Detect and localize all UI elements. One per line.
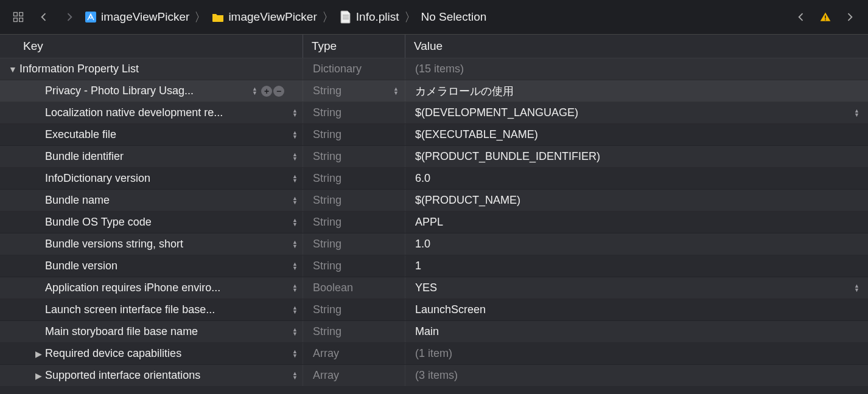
column-header: Key Type Value xyxy=(0,34,868,58)
breadcrumb-folder[interactable]: imageViewPicker xyxy=(211,10,317,24)
plist-row[interactable]: ▶ Main storyboard file base name ▲▼ + − … xyxy=(0,321,868,343)
value-stepper-icon[interactable]: ▲▼ xyxy=(854,109,859,117)
nav-forward-icon[interactable] xyxy=(58,6,80,28)
plist-value[interactable]: Main ▲▼ xyxy=(405,321,868,342)
plist-type[interactable]: String ▲▼ xyxy=(303,102,405,123)
plist-row[interactable]: ▶ Supported interface orientations ▲▼ + … xyxy=(0,365,868,387)
plist-key[interactable]: Localization native development re... xyxy=(45,106,303,119)
key-stepper-icon[interactable]: ▲▼ xyxy=(292,153,298,161)
breadcrumb-selection[interactable]: No Selection xyxy=(421,10,487,24)
plist-value[interactable]: YES ▲▼ xyxy=(405,277,868,299)
key-stepper-icon[interactable]: ▲▼ xyxy=(292,131,298,139)
plist-root-row[interactable]: ▼ Information Property List Dictionary (… xyxy=(0,58,868,80)
plist-value[interactable]: LaunchScreen ▲▼ xyxy=(405,299,868,320)
plist-key: Information Property List xyxy=(19,63,303,75)
plist-key[interactable]: Supported interface orientations xyxy=(45,369,303,382)
plist-value[interactable]: $(PRODUCT_BUNDLE_IDENTIFIER) ▲▼ xyxy=(405,146,868,167)
plist-row[interactable]: ▶ Localization native development re... … xyxy=(0,102,868,124)
breadcrumb-project[interactable]: imageViewPicker xyxy=(84,10,189,24)
column-type[interactable]: Type xyxy=(303,35,405,58)
plist-row[interactable]: ▶ Bundle version ▲▼ + − String ▲▼ 1 ▲▼ xyxy=(0,255,868,277)
plist-value[interactable]: (1 item) ▲▼ xyxy=(405,343,868,364)
nav-back-icon[interactable] xyxy=(33,6,55,28)
plist-value[interactable]: $(DEVELOPMENT_LANGUAGE) ▲▼ xyxy=(405,102,868,123)
plist-type[interactable]: String ▲▼ xyxy=(303,168,405,189)
plist-key[interactable]: Launch screen interface file base... xyxy=(45,303,303,316)
plist-type[interactable]: Array ▲▼ xyxy=(303,365,405,386)
plist-key[interactable]: Bundle OS Type code xyxy=(45,216,303,229)
add-button[interactable]: + xyxy=(261,86,272,97)
plist-value[interactable]: 1 ▲▼ xyxy=(405,255,868,277)
plist-key[interactable]: Executable file xyxy=(45,128,303,141)
plist-row[interactable]: ▶ InfoDictionary version ▲▼ + − String ▲… xyxy=(0,168,868,190)
disclosure-triangle-icon[interactable]: ▶ xyxy=(33,371,44,381)
key-stepper-icon[interactable]: ▲▼ xyxy=(292,306,298,314)
key-stepper-icon[interactable]: ▲▼ xyxy=(292,284,298,292)
svg-rect-0 xyxy=(14,13,18,16)
column-key[interactable]: Key xyxy=(0,35,303,58)
plist-value[interactable]: カメラロールの使用 ▲▼ xyxy=(405,80,868,102)
plist-key[interactable]: Required device capabilities xyxy=(45,347,303,360)
plist-type[interactable]: String ▲▼ xyxy=(303,233,405,255)
breadcrumb[interactable]: imageViewPicker 〉 imageViewPicker 〉 Info… xyxy=(84,9,786,26)
plist-type[interactable]: String ▲▼ xyxy=(303,146,405,167)
plist-row[interactable]: ▶ Bundle identifier ▲▼ + − String ▲▼ $(P… xyxy=(0,146,868,168)
key-stepper-icon[interactable]: ▲▼ xyxy=(292,175,298,183)
key-stepper-icon[interactable]: ▲▼ xyxy=(292,218,298,227)
jump-back-icon[interactable] xyxy=(790,6,812,28)
key-stepper-icon[interactable]: ▲▼ xyxy=(292,328,298,336)
plist-value[interactable]: $(PRODUCT_NAME) ▲▼ xyxy=(405,190,868,211)
remove-button[interactable]: − xyxy=(273,86,284,97)
plist-row[interactable]: ▶ Privacy - Photo Library Usag... ▲▼ + −… xyxy=(0,80,868,102)
key-stepper-icon[interactable]: ▲▼ xyxy=(252,87,257,95)
plist-row[interactable]: ▶ Bundle name ▲▼ + − String ▲▼ $(PRODUCT… xyxy=(0,190,868,212)
plist-key[interactable]: Application requires iPhone enviro... xyxy=(45,282,303,294)
chevron-right-icon: 〉 xyxy=(404,9,416,26)
plist-type[interactable]: String ▲▼ xyxy=(303,255,405,277)
breadcrumb-label: No Selection xyxy=(421,10,487,24)
plist-key[interactable]: Bundle name xyxy=(45,194,303,207)
plist-type[interactable]: String ▲▼ xyxy=(303,80,405,102)
key-stepper-icon[interactable]: ▲▼ xyxy=(292,372,298,380)
plist-value[interactable]: $(EXECUTABLE_NAME) ▲▼ xyxy=(405,124,868,145)
value-stepper-icon[interactable]: ▲▼ xyxy=(854,284,859,292)
plist-value[interactable]: 6.0 ▲▼ xyxy=(405,168,868,189)
type-stepper-icon[interactable]: ▲▼ xyxy=(393,87,399,95)
plist-key[interactable]: Bundle version xyxy=(45,260,303,272)
plist-type[interactable]: String ▲▼ xyxy=(303,190,405,211)
plist-row[interactable]: ▶ Bundle OS Type code ▲▼ + − String ▲▼ A… xyxy=(0,212,868,233)
disclosure-triangle-icon[interactable]: ▶ xyxy=(33,349,44,359)
plist-type[interactable]: String ▲▼ xyxy=(303,124,405,145)
plist-type[interactable]: Array ▲▼ xyxy=(303,343,405,364)
plist-type[interactable]: String ▲▼ xyxy=(303,321,405,342)
plist-key[interactable]: InfoDictionary version xyxy=(45,172,303,185)
plist-value[interactable]: (3 items) ▲▼ xyxy=(405,365,868,386)
warning-icon[interactable] xyxy=(814,6,836,28)
related-items-icon[interactable] xyxy=(7,6,29,28)
plist-row[interactable]: ▶ Bundle versions string, short ▲▼ + − S… xyxy=(0,233,868,255)
jump-forward-icon[interactable] xyxy=(839,6,861,28)
key-stepper-icon[interactable]: ▲▼ xyxy=(292,262,298,271)
plist-row[interactable]: ▶ Application requires iPhone enviro... … xyxy=(0,277,868,299)
column-value[interactable]: Value xyxy=(405,35,868,58)
plist-type[interactable]: Dictionary xyxy=(303,58,405,80)
key-stepper-icon[interactable]: ▲▼ xyxy=(292,196,298,205)
plist-key[interactable]: Main storyboard file base name xyxy=(45,325,303,338)
plist-type[interactable]: Boolean ▲▼ xyxy=(303,277,405,299)
plist-type[interactable]: String ▲▼ xyxy=(303,212,405,233)
plist-row[interactable]: ▶ Launch screen interface file base... ▲… xyxy=(0,299,868,321)
plist-key[interactable]: Bundle versions string, short xyxy=(45,238,303,251)
plist-value[interactable]: 1.0 ▲▼ xyxy=(405,233,868,255)
key-stepper-icon[interactable]: ▲▼ xyxy=(292,240,298,249)
plist-key[interactable]: Bundle identifier xyxy=(45,150,303,163)
breadcrumb-file[interactable]: Info.plist xyxy=(339,10,399,24)
svg-rect-3 xyxy=(19,18,23,22)
plist-row[interactable]: ▶ Executable file ▲▼ + − String ▲▼ $(EXE… xyxy=(0,124,868,146)
disclosure-triangle-icon[interactable]: ▼ xyxy=(7,64,18,74)
key-stepper-icon[interactable]: ▲▼ xyxy=(292,109,298,117)
plist-row[interactable]: ▶ Required device capabilities ▲▼ + − Ar… xyxy=(0,343,868,365)
chevron-right-icon: 〉 xyxy=(194,9,206,26)
plist-type[interactable]: String ▲▼ xyxy=(303,299,405,320)
key-stepper-icon[interactable]: ▲▼ xyxy=(292,350,298,358)
plist-value[interactable]: APPL ▲▼ xyxy=(405,212,868,233)
